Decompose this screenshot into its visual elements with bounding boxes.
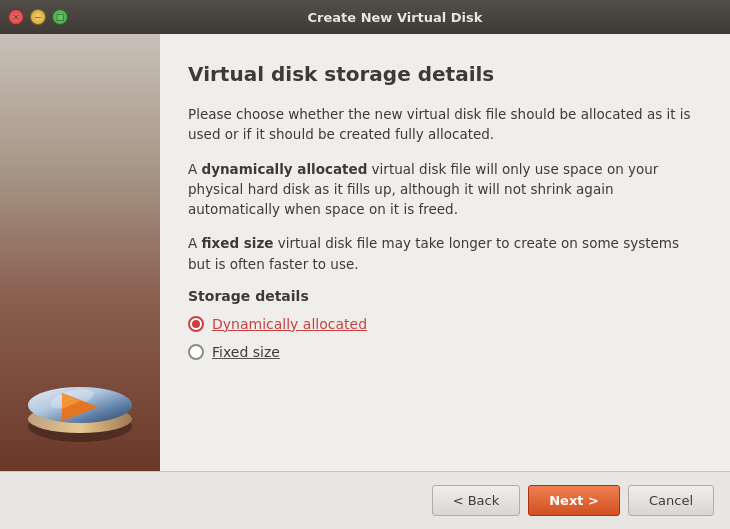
bottom-bar: < Back Next > Cancel bbox=[0, 471, 730, 529]
radio-dynamic[interactable] bbox=[188, 316, 204, 332]
main-content: Virtual disk storage details Please choo… bbox=[160, 34, 730, 471]
page-title: Virtual disk storage details bbox=[188, 62, 702, 86]
description-1: Please choose whether the new virtual di… bbox=[188, 104, 702, 145]
disk-illustration bbox=[20, 321, 140, 451]
option-dynamically-allocated[interactable]: Dynamically allocated bbox=[188, 316, 702, 332]
window-title: Create New Virtual Disk bbox=[68, 10, 722, 25]
maximize-button[interactable]: □ bbox=[52, 9, 68, 25]
back-button[interactable]: < Back bbox=[432, 485, 521, 516]
description-2: A dynamically allocated virtual disk fil… bbox=[188, 159, 702, 220]
radio-fixed[interactable] bbox=[188, 344, 204, 360]
option-fixed-size[interactable]: Fixed size bbox=[188, 344, 702, 360]
titlebar: × − □ Create New Virtual Disk bbox=[0, 0, 730, 34]
next-button[interactable]: Next > bbox=[528, 485, 620, 516]
radio-group: Dynamically allocated Fixed size bbox=[188, 316, 702, 360]
minimize-button[interactable]: − bbox=[30, 9, 46, 25]
sidebar bbox=[0, 34, 160, 471]
radio-fixed-label: Fixed size bbox=[212, 344, 280, 360]
description-3: A fixed size virtual disk file may take … bbox=[188, 233, 702, 274]
cancel-button[interactable]: Cancel bbox=[628, 485, 714, 516]
window-controls: × − □ bbox=[8, 9, 68, 25]
close-button[interactable]: × bbox=[8, 9, 24, 25]
radio-dynamic-label: Dynamically allocated bbox=[212, 316, 367, 332]
content-area: Virtual disk storage details Please choo… bbox=[0, 34, 730, 471]
section-label: Storage details bbox=[188, 288, 702, 304]
window: × − □ Create New Virtual Disk bbox=[0, 0, 730, 529]
